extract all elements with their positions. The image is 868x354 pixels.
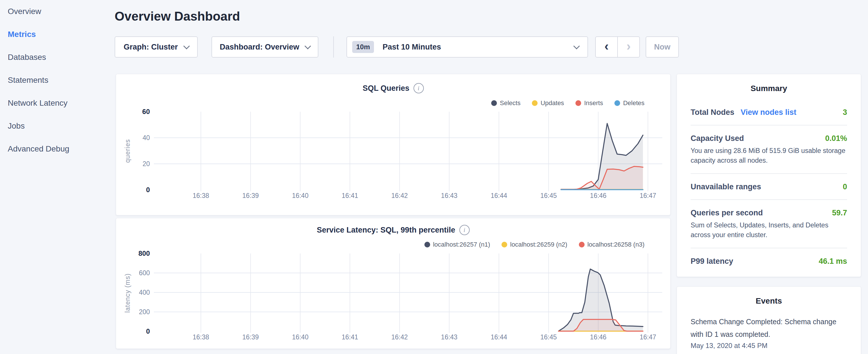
legend-dot-icon xyxy=(532,100,537,106)
svg-text:16:39: 16:39 xyxy=(242,333,259,341)
sidebar-item-statements[interactable]: Statements xyxy=(8,69,105,92)
sidebar-item-advanced-debug[interactable]: Advanced Debug xyxy=(8,137,105,160)
svg-text:400: 400 xyxy=(139,289,150,296)
svg-text:16:42: 16:42 xyxy=(392,192,408,199)
sidebar-item-jobs[interactable]: Jobs xyxy=(8,115,105,137)
sidebar-nav: OverviewMetricsDatabasesStatementsNetwor… xyxy=(8,0,105,160)
summary-rows: Total NodesView nodes list3Capacity Used… xyxy=(691,108,847,266)
legend-label: Inserts xyxy=(584,99,603,107)
summary-row-label: Capacity Used xyxy=(691,134,744,143)
chart-title: Service Latency: SQL, 99th percentile i xyxy=(116,225,670,235)
info-icon[interactable]: i xyxy=(459,225,470,235)
legend-item-localhost-26257-n1-[interactable]: localhost:26257 (n1) xyxy=(425,241,490,248)
legend-dot-icon xyxy=(501,242,507,248)
graph-dropdown[interactable]: Graph: Cluster xyxy=(115,36,198,58)
svg-text:16:45: 16:45 xyxy=(540,192,557,199)
svg-text:16:41: 16:41 xyxy=(342,333,358,341)
svg-text:16:44: 16:44 xyxy=(491,192,507,199)
info-icon[interactable]: i xyxy=(413,83,424,93)
sidebar-item-metrics[interactable]: Metrics xyxy=(8,23,105,46)
chart-title-text: Service Latency: SQL, 99th percentile xyxy=(317,226,455,234)
legend-item-localhost-26258-n3-[interactable]: localhost:26258 (n3) xyxy=(579,241,645,248)
time-range-selector[interactable]: 10m Past 10 Minutes xyxy=(346,36,588,58)
summary-row-label: P99 latency xyxy=(691,257,733,266)
svg-text:16:44: 16:44 xyxy=(491,333,507,341)
legend-item-selects[interactable]: Selects xyxy=(491,99,520,107)
prev-time-button[interactable]: ‹ xyxy=(596,37,618,57)
legend-item-localhost-26259-n2-[interactable]: localhost:26259 (n2) xyxy=(501,241,567,248)
time-range-badge: 10m xyxy=(352,41,374,53)
legend-dot-icon xyxy=(579,242,585,248)
divider xyxy=(691,125,847,125)
divider xyxy=(691,199,847,200)
divider xyxy=(691,248,847,248)
service-latency-chart-card: Service Latency: SQL, 99th percentile i … xyxy=(116,218,671,349)
chart-legend: localhost:26257 (n1)localhost:26259 (n2)… xyxy=(425,241,645,248)
svg-text:16:43: 16:43 xyxy=(441,333,458,341)
legend-dot-icon xyxy=(614,100,620,106)
summary-row-value: 0.01% xyxy=(825,134,847,143)
view-nodes-list-link[interactable]: View nodes list xyxy=(741,108,797,117)
legend-item-updates[interactable]: Updates xyxy=(532,99,564,107)
svg-text:latency (ms): latency (ms) xyxy=(124,273,131,313)
sidebar-item-network-latency[interactable]: Network Latency xyxy=(8,92,105,115)
sql-queries-svg: 16:3816:3916:4016:4116:4216:4316:4416:45… xyxy=(116,74,671,216)
summary-row-value: 46.1 ms xyxy=(819,257,847,266)
svg-text:16:41: 16:41 xyxy=(342,192,358,199)
time-pager: ‹ › xyxy=(595,36,640,58)
chart-plot-area: 16:3816:3916:4016:4116:4216:4316:4416:45… xyxy=(116,218,670,350)
summary-row-description: Sum of Selects, Updates, Inserts, and De… xyxy=(691,220,847,240)
legend-label: localhost:26257 (n1) xyxy=(433,241,490,248)
sidebar-item-overview[interactable]: Overview xyxy=(8,0,105,23)
controls-divider xyxy=(333,36,334,58)
chevron-down-icon xyxy=(305,43,311,50)
now-button[interactable]: Now xyxy=(646,36,679,58)
overview-dashboard-page: OverviewMetricsDatabasesStatementsNetwor… xyxy=(0,0,868,354)
legend-label: Updates xyxy=(540,99,564,107)
svg-text:16:38: 16:38 xyxy=(192,192,209,199)
svg-text:queries: queries xyxy=(124,139,131,163)
svg-text:60: 60 xyxy=(142,108,150,116)
chart-legend: SelectsUpdatesInsertsDeletes xyxy=(491,99,645,107)
summary-row: Queries per second59.7 xyxy=(691,208,847,217)
legend-dot-icon xyxy=(425,242,430,248)
summary-row-value: 59.7 xyxy=(832,208,847,217)
legend-label: Selects xyxy=(500,99,520,107)
legend-item-inserts[interactable]: Inserts xyxy=(576,99,603,107)
summary-row-value: 0 xyxy=(843,183,847,191)
svg-text:16:47: 16:47 xyxy=(640,192,656,199)
summary-row-label: Total Nodes xyxy=(691,108,735,117)
summary-row-value: 3 xyxy=(843,108,847,117)
event-item[interactable]: Schema Change Completed: Schema change w… xyxy=(691,315,847,350)
svg-text:16:42: 16:42 xyxy=(392,333,408,341)
svg-text:800: 800 xyxy=(138,250,150,257)
svg-text:16:45: 16:45 xyxy=(540,333,557,341)
dashboard-dropdown[interactable]: Dashboard: Overview xyxy=(212,36,318,58)
svg-text:0: 0 xyxy=(146,186,150,194)
graph-dropdown-label: Graph: Cluster xyxy=(124,43,178,52)
summary-row-label: Unavailable ranges xyxy=(691,183,761,191)
event-timestamp: May 13, 2020 at 4:45 PM xyxy=(691,342,847,350)
svg-text:16:40: 16:40 xyxy=(292,333,309,341)
svg-text:16:38: 16:38 xyxy=(192,333,209,341)
legend-item-deletes[interactable]: Deletes xyxy=(614,99,645,107)
chart-plot-area: 16:3816:3916:4016:4116:4216:4316:4416:45… xyxy=(116,74,670,217)
page-title: Overview Dashboard xyxy=(115,9,240,24)
event-items: Schema Change Completed: Schema change w… xyxy=(691,315,847,350)
svg-text:20: 20 xyxy=(143,160,150,167)
svg-text:16:47: 16:47 xyxy=(640,333,656,341)
summary-row: P99 latency46.1 ms xyxy=(691,257,847,266)
legend-label: localhost:26258 (n3) xyxy=(587,241,645,248)
summary-row-description: You are using 28.6 MiB of 515.9 GiB usab… xyxy=(691,146,847,165)
sql-queries-chart-card: SQL Queries i SelectsUpdatesInsertsDelet… xyxy=(116,74,671,215)
summary-row: Unavailable ranges0 xyxy=(691,183,847,191)
summary-panel: Summary Total NodesView nodes list3Capac… xyxy=(677,74,861,277)
svg-text:16:40: 16:40 xyxy=(292,192,309,199)
service-latency-svg: 16:3816:3916:4016:4116:4216:4316:4416:45… xyxy=(116,218,671,349)
events-panel: Events Schema Change Completed: Schema c… xyxy=(677,286,861,354)
chart-title-text: SQL Queries xyxy=(363,84,409,93)
next-time-button[interactable]: › xyxy=(618,37,639,57)
sidebar-item-databases[interactable]: Databases xyxy=(8,46,105,69)
legend-label: Deletes xyxy=(623,99,645,107)
summary-heading: Summary xyxy=(691,84,847,93)
